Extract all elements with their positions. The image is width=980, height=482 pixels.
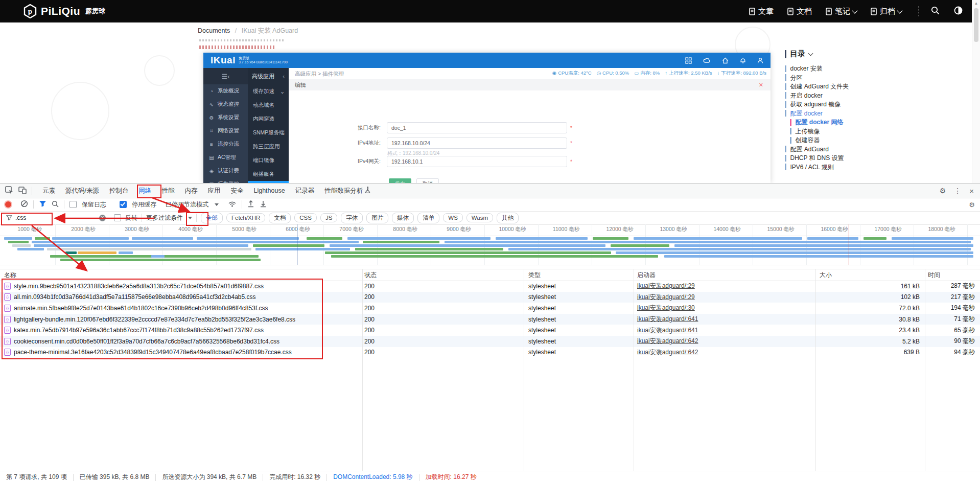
filter-chip-WS[interactable]: WS <box>443 213 463 222</box>
request-name-cell[interactable]: {}katex.min.7e5db7914b97e596a36c1abb67cc… <box>4 325 264 336</box>
filter-toggle-icon[interactable] <box>39 200 46 209</box>
scrollbar-up-arrow[interactable]: ▲ <box>972 0 980 7</box>
devtools-tab-应用[interactable]: 应用 <box>202 183 225 198</box>
ikuai-submenu-缓存加速[interactable]: 缓存加速⌄ <box>248 84 289 98</box>
toc-item[interactable]: DHCP 和 DNS 设置 <box>785 154 938 162</box>
table-row[interactable]: {}cookieconsent.min.cd0d0b6e50ff01ff2f3a… <box>0 336 980 347</box>
toc-item[interactable]: 配置 docker <box>785 110 938 117</box>
initiator-link[interactable]: ikuai安装adguard/:29 <box>637 282 695 290</box>
ikuai-menu-行为管控[interactable]: ▦行为管控 <box>203 177 248 183</box>
save-button[interactable]: 保存 <box>389 178 411 183</box>
initiator-link[interactable]: ikuai安装adguard/:30 <box>637 304 695 312</box>
ikuai-menu-网络设置[interactable]: ⌗网络设置 <box>203 124 248 137</box>
request-name-cell[interactable]: {}animate.min.5fbaeb9f8e25d7e0143bae61d4… <box>4 303 268 314</box>
devtools-tab-性能[interactable]: 性能 <box>156 183 179 198</box>
col-header-initiator[interactable]: 启动器 <box>637 269 656 281</box>
col-header-name[interactable]: 名称 <box>4 269 16 281</box>
toc-item[interactable]: 配置 AdGuard <box>785 146 938 153</box>
ikuai-submenu-组播服务[interactable]: 组播服务 <box>248 167 289 181</box>
toc-item[interactable]: 获取 adguard 镜像 <box>785 101 938 108</box>
disable-cache-label[interactable]: 停用缓存 <box>132 200 156 209</box>
ikuai-menu-系统设置[interactable]: ⚙系统设置 <box>203 111 248 124</box>
ikuai-submenu-内网穿透[interactable]: 内网穿透 <box>248 112 289 126</box>
request-name-cell[interactable]: {}pace-theme-minimal.3e16fae4203c52d3483… <box>4 347 292 358</box>
table-row[interactable]: {}pace-theme-minimal.3e16fae4203c52d3483… <box>0 347 980 358</box>
table-row[interactable]: {}all.min.0934b1fc0d3a766d41d3adf5e7a115… <box>0 292 980 303</box>
ipv4-address-field[interactable]: 192.168.10.0/24 <box>387 137 567 149</box>
close-icon[interactable]: ✕ <box>759 82 763 88</box>
initiator-link[interactable]: ikuai安装adguard/:642 <box>637 337 698 346</box>
ikuai-menu-状态监控[interactable]: ∿状态监控 <box>203 98 248 111</box>
devtools-close-icon[interactable]: × <box>969 187 974 195</box>
filter-chip-Wasm[interactable]: Wasm <box>466 213 493 222</box>
devtools-kebab-menu-icon[interactable]: ⋮ <box>954 187 961 195</box>
ikuai-menu-系统概况[interactable]: ◔系统概况 <box>203 84 248 98</box>
devtools-tab-安全[interactable]: 安全 <box>225 183 248 198</box>
filter-chip-其他[interactable]: 其他 <box>497 213 519 223</box>
filter-chip-图片[interactable]: 图片 <box>366 213 388 223</box>
nav-item-docs[interactable]: 文档 <box>787 7 812 16</box>
initiator-link[interactable]: ikuai安装adguard/:642 <box>637 348 698 357</box>
nav-item-archive[interactable]: 归档 <box>870 7 902 16</box>
page-scrollbar[interactable]: ▲ <box>972 0 980 183</box>
request-name-cell[interactable]: {}all.min.0934b1fc0d3a766d41d3adf5e7a115… <box>4 292 256 303</box>
clear-filter-icon[interactable]: ✕ <box>99 215 106 221</box>
ikuai-menu-认证计费[interactable]: ◈认证计费 <box>203 164 248 177</box>
user-icon[interactable] <box>757 57 763 64</box>
col-header-size[interactable]: 大小 <box>820 269 832 281</box>
search-icon[interactable] <box>931 6 940 17</box>
disable-cache-checkbox[interactable] <box>120 201 127 208</box>
devtools-tab-内存[interactable]: 内存 <box>179 183 202 198</box>
network-filter-input[interactable]: .css <box>4 213 83 223</box>
record-network-log-button[interactable] <box>4 200 12 209</box>
col-header-time[interactable]: 时间 <box>928 269 940 281</box>
ipv4-gateway-field[interactable]: 192.168.10.1 <box>387 156 567 167</box>
toc-item[interactable]: 配置 docker 网络 <box>790 119 938 126</box>
interface-name-field[interactable]: doc_1 <box>387 122 567 133</box>
table-row[interactable]: {}lightgallery-bundle.min.120f067ebd6f32… <box>0 314 980 325</box>
ikuai-menu-流控分流[interactable]: ≡流控分流 <box>203 137 248 151</box>
breadcrumb-root[interactable]: Documents <box>198 27 230 34</box>
filter-chip-Fetch/XHR[interactable]: Fetch/XHR <box>226 213 265 222</box>
cancel-button[interactable]: 取消 <box>416 178 439 183</box>
export-har-icon[interactable] <box>260 200 267 209</box>
home-icon[interactable] <box>722 57 729 64</box>
bell-icon[interactable] <box>740 57 746 64</box>
network-overview-timeline[interactable]: 1000 毫秒2000 毫秒3000 毫秒4000 毫秒5000 毫秒6000 … <box>0 224 980 265</box>
toc-item[interactable]: 开启 docker <box>785 92 938 99</box>
invert-filter-label[interactable]: 反转 <box>125 214 137 222</box>
devtools-tab-控制台[interactable]: 控制台 <box>104 183 134 198</box>
site-logo[interactable]: p PiLiQiu 霹雳球 <box>24 4 105 18</box>
preserve-log-checkbox[interactable] <box>69 201 77 208</box>
devtools-tab-网络[interactable]: 网络 <box>133 183 156 198</box>
devtools-tab-Lighthouse[interactable]: Lighthouse <box>248 183 290 198</box>
network-search-icon[interactable] <box>52 200 59 209</box>
ikuai-submenu-SNMP服务端[interactable]: SNMP服务端 <box>248 126 289 140</box>
nav-item-notes[interactable]: 笔记 <box>825 7 857 16</box>
table-row[interactable]: {}katex.min.7e5db7914b97e596a36c1abb67cc… <box>0 325 980 336</box>
throttling-caret-icon[interactable] <box>215 203 219 206</box>
initiator-link[interactable]: ikuai安装adguard/:641 <box>637 326 698 335</box>
toc-item[interactable]: 上传镜像 <box>790 128 938 135</box>
ikuai-submenu-动态域名[interactable]: 动态域名 <box>248 98 289 112</box>
initiator-link[interactable]: ikuai安装adguard/:29 <box>637 293 695 302</box>
filter-chip-CSS[interactable]: CSS <box>294 213 317 222</box>
ikuai-submenu-跨三层应用[interactable]: 跨三层应用 <box>248 140 289 153</box>
toc-item[interactable]: 分区 <box>785 74 938 81</box>
initiator-link[interactable]: ikuai安装adguard/:641 <box>637 315 698 324</box>
toc-item[interactable]: 创建 AdGuard 文件夹 <box>785 83 938 90</box>
ikuai-submenu-端口镜像[interactable]: 端口镜像 <box>248 153 289 167</box>
request-name-cell[interactable]: {}style.min.9becb9501a143231883cfeb6e2a5… <box>4 281 264 292</box>
filter-chip-字体[interactable]: 字体 <box>341 213 363 223</box>
table-row[interactable]: {}style.min.9becb9501a143231883cfeb6e2a5… <box>0 281 980 292</box>
cloud-icon[interactable] <box>703 57 711 64</box>
devtools-tab-源代码/来源[interactable]: 源代码/来源 <box>60 183 104 198</box>
grid-icon[interactable] <box>685 57 692 64</box>
filter-chip-文档[interactable]: 文档 <box>269 213 291 223</box>
filter-chip-全部[interactable]: 全部 <box>201 213 223 223</box>
more-filters-caret-icon[interactable] <box>188 217 192 219</box>
throttling-dropdown[interactable]: 已停用节流模式 <box>166 200 208 209</box>
toc-item[interactable]: 创建容器 <box>790 136 938 144</box>
ikuai-menu-collapse[interactable]: ☰‹ <box>203 68 248 84</box>
import-har-icon[interactable] <box>247 200 254 209</box>
